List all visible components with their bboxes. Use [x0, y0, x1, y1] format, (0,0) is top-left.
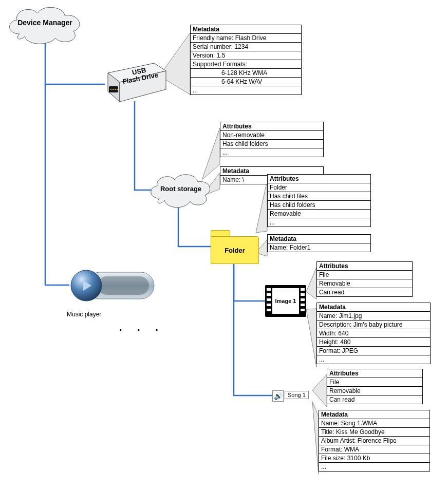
row-value: 1.5	[215, 52, 225, 59]
panel-row: File size: 3100 Kb	[319, 454, 430, 463]
row-value: Song 1.WMA	[339, 420, 377, 427]
root-storage-label: Root storage	[152, 185, 210, 193]
svg-rect-18	[98, 276, 149, 295]
row-value: JPEG	[340, 347, 358, 354]
panel-row: Description: Jim's baby picture	[317, 321, 430, 329]
row-key: Width:	[319, 330, 337, 337]
panel-header: Metadata	[319, 410, 430, 419]
row-key: Name:	[222, 176, 240, 183]
row-value: 480	[339, 338, 350, 346]
panel-row: Version: 1.5	[191, 51, 301, 60]
row-key: Name:	[321, 420, 339, 427]
panel-row: Has child folders	[220, 140, 323, 148]
panel-row: Format: JPEG	[317, 347, 430, 355]
panel-header: Attributes	[327, 369, 422, 378]
folder-attributes-panel: Attributes FolderHas child filesHas chil…	[267, 174, 371, 227]
panel-row: Has child folders	[268, 201, 370, 210]
panel-row: Removable	[268, 210, 370, 218]
panel-header: Attributes	[220, 122, 323, 131]
row-value: Kiss Me Goodbye	[334, 428, 385, 436]
row-key: Name:	[319, 312, 337, 319]
panel-row: Non-removable	[220, 131, 323, 140]
row-value: Florence Flipo	[356, 437, 396, 444]
root-attributes-panel: Attributes Non-removableHas child folder…	[220, 122, 324, 157]
panel-header: Metadata	[268, 235, 370, 243]
row-value: 1234	[233, 43, 248, 50]
svg-point-13	[110, 89, 111, 90]
row-key: Description:	[319, 321, 351, 328]
panel-header: Attributes	[268, 175, 370, 183]
panel-row: 6-128 KHz WMA	[191, 69, 301, 78]
song-attributes-panel: Attributes FileRemovableCan read	[327, 369, 423, 404]
ellipsis: . . .	[119, 322, 164, 333]
panel-row: Can read	[317, 288, 412, 296]
panel-row: Has child files	[268, 192, 370, 201]
panel-row: Album Artist: Florence Flipo	[319, 437, 430, 445]
row-value: Flash Drive	[233, 34, 266, 42]
panel-header: Metadata	[191, 25, 301, 34]
svg-point-16	[117, 89, 118, 90]
panel-row: ...	[220, 148, 323, 157]
panel-row: Serial number: 1234	[191, 43, 301, 51]
row-key: Serial number:	[193, 43, 233, 50]
panel-row: Name: Folder1	[268, 243, 370, 252]
panel-row: Friendly name: Flash Drive	[191, 34, 301, 43]
row-value: WMA	[342, 446, 359, 453]
panel-row: File	[317, 271, 412, 279]
image-metadata-panel: Metadata Name: Jim1.jpgDescription: Jim'…	[316, 303, 431, 364]
panel-header: Attributes	[317, 262, 412, 271]
panel-row: Folder	[268, 183, 370, 192]
song-label: Song 1	[285, 391, 309, 399]
usb-metadata-panel: Metadata Friendly name: Flash DriveSeria…	[190, 25, 302, 95]
svg-point-15	[115, 89, 116, 90]
svg-marker-5	[306, 268, 316, 299]
music-player-label: Music player	[67, 311, 159, 318]
panel-row: Title: Kiss Me Goodbye	[319, 428, 430, 437]
row-value: Jim's baby picture	[351, 321, 402, 328]
speaker-icon: 🔊	[272, 390, 284, 402]
row-key: Name:	[270, 244, 288, 251]
panel-row: Format: WMA	[319, 445, 430, 454]
row-key: Format:	[321, 446, 342, 453]
svg-point-14	[113, 89, 114, 90]
panel-row: Can read	[327, 395, 422, 404]
panel-row: Height: 480	[317, 338, 430, 347]
panel-row: ...	[319, 463, 430, 471]
image-attributes-panel: Attributes FileRemovableCan read	[316, 261, 413, 297]
svg-marker-6	[306, 309, 316, 367]
song-metadata-panel: Metadata Name: Song 1.WMATitle: Kiss Me …	[319, 410, 430, 472]
row-value: Jim1.jpg	[337, 312, 362, 319]
row-value: 640	[337, 330, 348, 337]
folder-label: Folder	[211, 237, 258, 263]
row-value: 3100 Kb	[345, 455, 370, 462]
music-player-node: Music player	[67, 267, 159, 318]
folder-node: Folder	[211, 236, 259, 264]
panel-row: Removable	[327, 387, 422, 395]
panel-row: ...	[191, 86, 301, 95]
row-value: \	[240, 176, 244, 183]
row-key: Version:	[193, 52, 215, 59]
usb-flash-drive-node: USB Flash Drive	[103, 62, 164, 92]
row-key: Title:	[321, 428, 334, 436]
row-key: File size:	[321, 455, 345, 462]
row-value: Folder1	[288, 244, 310, 251]
panel-row: File	[327, 378, 422, 387]
panel-row: Name: Jim1.jpg	[317, 312, 430, 321]
panel-row: Removable	[317, 279, 412, 288]
device-manager-label: Device Manager	[10, 18, 80, 27]
folder-metadata-panel: Metadata Name: Folder1	[267, 234, 371, 252]
row-key: Friendly name:	[193, 34, 233, 42]
row-key: Format:	[319, 347, 340, 354]
panel-header: Metadata	[317, 303, 430, 312]
row-key: Height:	[319, 338, 339, 346]
panel-row: Supported Formats:	[191, 60, 301, 69]
panel-row: Name: Song 1.WMA	[319, 419, 430, 428]
panel-row: ...	[317, 355, 430, 364]
row-key: Supported Formats:	[193, 61, 247, 68]
svg-marker-7	[312, 374, 327, 407]
panel-row: 6-64 KHz WAV	[191, 78, 301, 86]
row-key: Album Artist:	[321, 437, 356, 444]
svg-marker-3	[256, 180, 267, 233]
svg-marker-8	[312, 402, 319, 474]
image-label: Image 1	[275, 298, 296, 304]
